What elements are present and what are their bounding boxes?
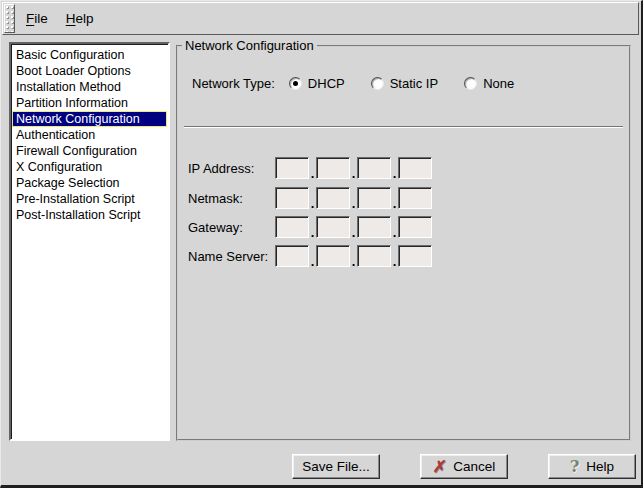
help-button-label: Help (586, 459, 614, 474)
help-question-icon: ? (570, 459, 579, 475)
octet-separator: . (350, 228, 357, 238)
octet-separator: . (350, 199, 357, 209)
name-server-octets: . . . (275, 245, 432, 267)
octet-separator: . (350, 169, 357, 179)
gateway-label: Gateway: (188, 220, 275, 235)
gateway-octets: . . . (275, 216, 432, 238)
network-type-row: Network Type: DHCP Static IP None (192, 75, 540, 92)
cancel-button-label: Cancel (453, 459, 495, 474)
radio-button-icon (371, 77, 384, 90)
sidebar-item-package-selection[interactable]: Package Selection (12, 175, 167, 191)
radio-dhcp[interactable]: DHCP (289, 76, 345, 91)
sidebar-item-basic-configuration[interactable]: Basic Configuration (12, 47, 167, 63)
octet-separator: . (309, 257, 316, 267)
frame-title: Network Configuration (182, 38, 317, 53)
radio-none[interactable]: None (464, 76, 514, 91)
radio-static-ip[interactable]: Static IP (371, 76, 438, 91)
save-file-button[interactable]: Save File... (292, 454, 380, 479)
radio-none-label: None (483, 76, 514, 91)
octet-separator: . (309, 169, 316, 179)
name-server-row: Name Server: . . . (188, 245, 432, 267)
menubar-drag-handle-icon[interactable] (4, 4, 15, 33)
network-configuration-frame: Network Configuration Network Type: DHCP… (176, 45, 631, 441)
netmask-octet-2[interactable] (316, 187, 350, 209)
netmask-label: Netmask: (188, 191, 275, 206)
gateway-octet-4[interactable] (398, 216, 432, 238)
radio-static-ip-label: Static IP (390, 76, 438, 91)
sidebar-item-firewall-configuration[interactable]: Firewall Configuration (12, 143, 167, 159)
radio-button-icon (289, 77, 302, 90)
app-window: File Help Basic Configuration Boot Loade… (0, 0, 643, 488)
sidebar-item-x-configuration[interactable]: X Configuration (12, 159, 167, 175)
horizontal-separator (184, 126, 623, 128)
radio-button-icon (464, 77, 477, 90)
menu-help-mnemonic: H (66, 11, 76, 26)
ip-address-label: IP Address: (188, 161, 275, 176)
sidebar-item-authentication[interactable]: Authentication (12, 127, 167, 143)
netmask-octet-4[interactable] (398, 187, 432, 209)
octet-separator: . (391, 169, 398, 179)
sidebar-item-post-installation-script[interactable]: Post-Installation Script (12, 207, 167, 223)
netmask-row: Netmask: . . . (188, 187, 432, 209)
netmask-octet-1[interactable] (275, 187, 309, 209)
category-list: Basic Configuration Boot Loader Options … (9, 42, 170, 441)
gateway-octet-2[interactable] (316, 216, 350, 238)
name-server-octet-4[interactable] (398, 245, 432, 267)
menu-help[interactable]: Help (57, 3, 103, 34)
netmask-octets: . . . (275, 187, 432, 209)
gateway-octet-3[interactable] (357, 216, 391, 238)
cancel-x-icon: ✗ (432, 459, 447, 475)
menu-file-mnemonic: F (26, 11, 34, 26)
help-button[interactable]: ? Help (548, 454, 636, 479)
cancel-button[interactable]: ✗ Cancel (420, 454, 508, 479)
menu-file[interactable]: File (17, 3, 57, 34)
sidebar-item-pre-installation-script[interactable]: Pre-Installation Script (12, 191, 167, 207)
sidebar-item-network-configuration[interactable]: Network Configuration (12, 111, 167, 127)
menu-help-rest: elp (76, 11, 94, 26)
ip-address-octet-3[interactable] (357, 157, 391, 179)
octet-separator: . (391, 228, 398, 238)
ip-address-octet-2[interactable] (316, 157, 350, 179)
menu-bar: File Help (2, 2, 639, 35)
sidebar-item-installation-method[interactable]: Installation Method (12, 79, 167, 95)
octet-separator: . (309, 199, 316, 209)
name-server-octet-3[interactable] (357, 245, 391, 267)
ip-address-octet-1[interactable] (275, 157, 309, 179)
sidebar-item-boot-loader-options[interactable]: Boot Loader Options (12, 63, 167, 79)
sidebar-item-partition-information[interactable]: Partition Information (12, 95, 167, 111)
ip-address-row: IP Address: . . . (188, 157, 432, 179)
menu-file-rest: ile (34, 11, 48, 26)
save-file-button-label: Save File... (302, 459, 370, 474)
network-type-label: Network Type: (192, 76, 275, 91)
radio-dhcp-label: DHCP (308, 76, 345, 91)
name-server-octet-2[interactable] (316, 245, 350, 267)
name-server-octet-1[interactable] (275, 245, 309, 267)
ip-address-octets: . . . (275, 157, 432, 179)
octet-separator: . (350, 257, 357, 267)
octet-separator: . (391, 257, 398, 267)
gateway-row: Gateway: . . . (188, 216, 432, 238)
octet-separator: . (309, 228, 316, 238)
ip-address-octet-4[interactable] (398, 157, 432, 179)
name-server-label: Name Server: (188, 249, 275, 264)
gateway-octet-1[interactable] (275, 216, 309, 238)
netmask-octet-3[interactable] (357, 187, 391, 209)
octet-separator: . (391, 199, 398, 209)
